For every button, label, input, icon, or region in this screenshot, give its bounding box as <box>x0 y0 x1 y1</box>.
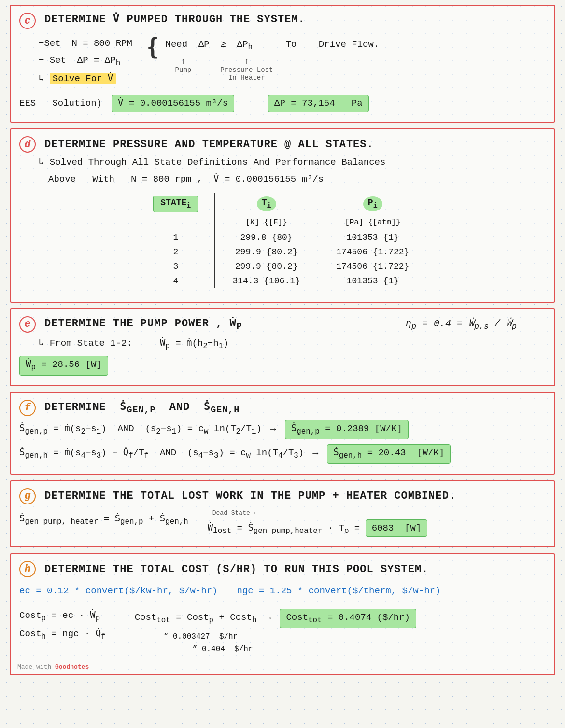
section-g-title: Determine The Total Lost Work In The Pum… <box>44 490 456 502</box>
e-result: Ẇp = 28.56 [W] <box>19 356 546 376</box>
section-g-label: g <box>19 488 36 504</box>
section-e-title: Determine The Pump Power , Ẇp <box>44 317 242 332</box>
f-line2: Ṡgen,h = ṁ(s4−s3) − Q̇f/Tf AND (s4−s3) =… <box>19 444 546 464</box>
pi-units: [Pa] {[atm]} <box>318 215 427 230</box>
p1: 101353 {1} <box>318 230 427 245</box>
p4: 101353 {1} <box>318 274 427 288</box>
state-4: 4 <box>138 274 214 288</box>
g-dead-state: Dead State ← <box>212 509 428 517</box>
g-wlost-eq: Ẇlost = Ṡgen pump,heater · To = 6083 [W] <box>208 519 428 537</box>
p3: 174506 {1.722} <box>318 259 427 274</box>
e-eta-formula: ηp = 0.4 = Ẇp,s / Ẇp <box>406 317 517 331</box>
section-d-title: Determine Pressure And Temperature @ All… <box>44 139 374 151</box>
t3: 299.9 {80.2} <box>214 259 318 274</box>
pi-label: Pi <box>363 196 382 211</box>
h-costh: Costh = ngc · Q̇f <box>19 627 106 643</box>
section-d: d Determine Pressure And Temperature @ A… <box>10 128 555 303</box>
p2: 174506 {1.722} <box>318 245 427 259</box>
h-cost-breakdown: “ 0.003427 $/hr <box>164 631 416 643</box>
d-subtitle2: Above With N = 800 rpm , V̇ = 0.00015615… <box>48 172 546 186</box>
h-costtot-result: Costtot = 0.4074 ($/hr) <box>280 609 416 629</box>
section-f-title: Determine Ṡgen,p And Ṡgen,h <box>44 400 240 415</box>
d-subtitle: ↳ Solved Through All State Definitions A… <box>39 155 546 169</box>
section-c-title: Determine V̇ Pumped Through The System. <box>44 13 305 26</box>
section-g: g Determine The Total Lost Work In The P… <box>10 480 555 548</box>
state-1: 1 <box>138 230 214 245</box>
state-3: 3 <box>138 259 214 274</box>
h-ngc-line: ngc = 1.25 * convert($/therm, $/w-hr) <box>237 584 440 598</box>
f-sgenh-result: Ṡgen,h = 20.43 [W/K] <box>327 444 451 464</box>
f-line1: Ṡgen,p = ṁ(s2−s1) AND (s2−s1) = cw ln(T2… <box>19 420 546 440</box>
table-row: 1 299.8 {80} 101353 {1} <box>138 230 427 245</box>
c-deltap-result: ΔP = 73,154 Pa <box>268 95 368 112</box>
t2: 299.9 {80.2} <box>214 245 318 259</box>
section-h: h Determine The Total Cost ($/hr) To Run… <box>10 553 555 675</box>
e-line1: ↳ From State 1-2: Ẇp = ṁ(h2−h1) <box>39 336 546 352</box>
state-table: STATEi Ti Pi [K] {[F]} [Pa] {[atm]} <box>138 193 427 288</box>
solve-highlight: Solve For V̇ <box>50 73 116 84</box>
section-c-label: c <box>19 13 36 29</box>
section-h-label: h <box>19 561 36 577</box>
c-pump-label: ↑Pump <box>175 56 192 82</box>
section-e: e Determine The Pump Power , Ẇp ηp = 0.… <box>10 308 555 386</box>
section-e-label: e <box>19 316 36 333</box>
section-f-label: f <box>19 400 36 416</box>
col-ti-header: Ti <box>214 193 318 215</box>
h-cost-breakdown2: ” 0.404 $/hr <box>193 644 416 655</box>
page: c Determine V̇ Pumped Through The System… <box>0 0 565 728</box>
c-line1: −Set N = 800 RPM <box>39 37 145 51</box>
c-ees-line: EES Solution) V̇ = 0.000156155 m³/s ΔP =… <box>19 95 546 112</box>
section-c: c Determine V̇ Pumped Through The System… <box>10 5 555 123</box>
h-costtot-line: Costtot = Costp + Costh → Costtot = 0.40… <box>135 609 416 629</box>
table-row: 3 299.9 {80.2} 174506 {1.722} <box>138 259 427 274</box>
h-ec-line: ec = 0.12 * convert($/kw-hr, $/w-hr) <box>19 584 217 598</box>
col-state-header: STATEi <box>138 193 214 215</box>
col-pi-header: Pi <box>318 193 427 215</box>
ti-units: [K] {[F]} <box>214 215 318 230</box>
t4: 314.3 {106.1} <box>214 274 318 288</box>
col-state-sub <box>138 215 214 230</box>
c-pressure-label: ↑Pressure LostIn Heater <box>220 56 273 82</box>
state-label: STATEi <box>153 196 198 212</box>
g-wlost-result: 6083 [W] <box>366 519 428 537</box>
c-line2: − Set ΔP = ΔPh <box>39 54 145 70</box>
table-row: 2 299.9 {80.2} 174506 {1.722} <box>138 245 427 259</box>
made-with-footer: Made with Goodnotes <box>17 663 89 671</box>
c-need-line: Need ΔP ≥ ΔPh To Drive Flow. <box>166 38 380 54</box>
e-wp-result: Ẇp = 28.56 [W] <box>19 356 108 376</box>
h-costp: Costp = ec · Ẇp <box>19 609 106 625</box>
f-sgenp-result: Ṡgen,p = 0.2389 [W/K] <box>285 420 409 440</box>
section-d-label: d <box>19 136 36 153</box>
t1: 299.8 {80} <box>214 230 318 245</box>
c-line3: ↳ Solve For V̇ <box>39 72 145 86</box>
table-row: 4 314.3 {106.1} 101353 {1} <box>138 274 427 288</box>
section-h-title: Determine The Total Cost ($/hr) To Run T… <box>44 563 428 575</box>
c-vdot-result: V̇ = 0.000156155 m³/s <box>112 95 234 112</box>
section-f: f Determine Ṡgen,p And Ṡgen,h Ṡgen,p = ṁ… <box>10 392 555 475</box>
state-2: 2 <box>138 245 214 259</box>
goodnotes-brand: Goodnotes <box>55 663 89 671</box>
g-sgen-eq: Ṡgen pump, heater = Ṡgen,p + Ṡgen,h <box>19 512 188 528</box>
ti-label: Ti <box>257 196 276 211</box>
